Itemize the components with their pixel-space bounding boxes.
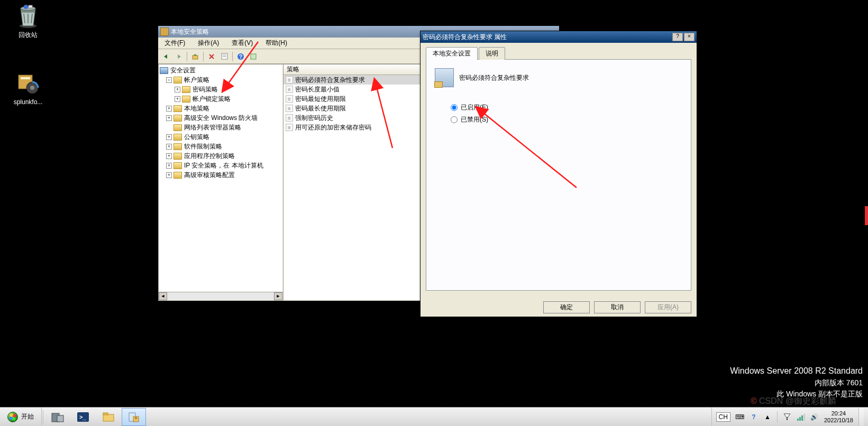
expand-icon[interactable]: + bbox=[175, 96, 180, 102]
expand-icon[interactable]: + bbox=[166, 106, 172, 112]
toolbar-forward-button[interactable] bbox=[173, 51, 185, 62]
tree-audit[interactable]: +高级审核策略配置 bbox=[160, 170, 281, 180]
tray-clock[interactable]: 20:24 2022/10/18 bbox=[824, 410, 853, 423]
policy-icon: ≡ bbox=[286, 114, 293, 122]
dialog-body: 本地安全设置 说明 密码必须符合复杂性要求 已启用(E) 已禁用(S) bbox=[421, 43, 697, 296]
tray-network-icon[interactable] bbox=[797, 413, 805, 421]
tree-pubkey[interactable]: +公钥策略 bbox=[160, 132, 281, 142]
start-button[interactable]: 开始 bbox=[0, 408, 42, 427]
radio-disabled-row[interactable]: 已禁用(S) bbox=[451, 115, 682, 124]
expand-icon[interactable]: + bbox=[166, 144, 172, 150]
desktop-icon-splunk[interactable]: splunkfo... bbox=[10, 71, 47, 106]
menu-action[interactable]: 操作(A) bbox=[195, 38, 222, 49]
radio-enabled[interactable] bbox=[451, 104, 458, 111]
tree-netlist[interactable]: 网络列表管理器策略 bbox=[160, 123, 281, 132]
policy-heading-icon bbox=[435, 68, 454, 87]
svg-text:?: ? bbox=[239, 54, 242, 60]
scroll-left-button[interactable]: ◄ bbox=[159, 292, 167, 300]
policy-icon: ≡ bbox=[286, 76, 293, 84]
show-desktop-button[interactable] bbox=[858, 408, 864, 426]
dialog-button-row: 确定 取消 应用(A) bbox=[421, 296, 697, 319]
collapse-icon[interactable]: − bbox=[166, 77, 172, 83]
taskbar-powershell[interactable]: >_ bbox=[71, 408, 95, 426]
tree-password-policy[interactable]: +密码策略 bbox=[160, 85, 281, 94]
radio-disabled-label: 已禁用(S) bbox=[461, 115, 488, 124]
right-edge-marker bbox=[865, 206, 868, 225]
svg-rect-3 bbox=[29, 5, 32, 8]
svg-rect-27 bbox=[787, 417, 788, 420]
language-indicator[interactable]: CH bbox=[716, 412, 730, 422]
svg-rect-31 bbox=[803, 414, 805, 421]
svg-rect-5 bbox=[21, 77, 30, 79]
desktop-icon-recycle-bin[interactable]: 回收站 bbox=[10, 3, 47, 40]
dialog-heading: 密码必须符合复杂性要求 bbox=[435, 68, 682, 87]
splunk-label: splunkfo... bbox=[10, 98, 47, 106]
svg-point-7 bbox=[30, 86, 34, 90]
tray-keyboard-icon[interactable]: ⌨ bbox=[736, 413, 744, 421]
tab-panel-local: 密码必须符合复杂性要求 已启用(E) 已禁用(S) bbox=[426, 59, 691, 291]
tree-lockout-policy[interactable]: +帐户锁定策略 bbox=[160, 94, 281, 104]
expand-icon[interactable]: + bbox=[166, 115, 172, 121]
expand-icon[interactable]: + bbox=[175, 87, 180, 92]
tree-software[interactable]: +软件限制策略 bbox=[160, 142, 281, 151]
folder-icon bbox=[182, 86, 190, 93]
tree-panel[interactable]: 安全设置 −帐户策略 +密码策略 +帐户锁定策略 +本地策略 +高级安全 Win… bbox=[158, 64, 283, 301]
expand-icon[interactable]: + bbox=[166, 153, 172, 159]
scroll-track[interactable] bbox=[167, 292, 274, 300]
svg-rect-29 bbox=[799, 417, 801, 421]
folder-icon bbox=[173, 134, 182, 141]
cancel-button[interactable]: 取消 bbox=[594, 301, 641, 313]
taskbar-server-manager[interactable] bbox=[45, 408, 70, 426]
watermark-edition: Windows Server 2008 R2 Standard bbox=[730, 365, 863, 377]
tree-account-policy[interactable]: −帐户策略 bbox=[160, 75, 281, 85]
tree-appctrl[interactable]: +应用程序控制策略 bbox=[160, 151, 281, 161]
expand-icon[interactable]: + bbox=[166, 172, 172, 178]
menu-file[interactable]: 文件(F) bbox=[161, 38, 188, 49]
folder-icon bbox=[173, 105, 182, 112]
menu-help[interactable]: 帮助(H) bbox=[262, 38, 290, 49]
taskbar-explorer[interactable] bbox=[96, 408, 121, 426]
tray-chevron-up-icon[interactable]: ▲ bbox=[763, 413, 772, 421]
splunk-installer-icon bbox=[15, 71, 41, 96]
radio-enabled-label: 已启用(E) bbox=[461, 103, 488, 112]
dialog-close-button[interactable]: × bbox=[684, 33, 695, 41]
menu-view[interactable]: 查看(V) bbox=[229, 38, 256, 49]
taskbar-secpol[interactable] bbox=[122, 408, 146, 426]
apply-button[interactable]: 应用(A) bbox=[645, 301, 691, 313]
folder-icon bbox=[173, 77, 182, 84]
ok-button[interactable]: 确定 bbox=[543, 301, 590, 313]
tree-ipsec[interactable]: +IP 安全策略，在 本地计算机 bbox=[160, 161, 281, 170]
toolbar-delete-button[interactable] bbox=[206, 51, 217, 62]
tree-root[interactable]: 安全设置 bbox=[160, 66, 281, 75]
folder-icon bbox=[173, 162, 182, 169]
tray-help-icon[interactable]: ? bbox=[750, 413, 758, 421]
tree-local-policy[interactable]: +本地策略 bbox=[160, 104, 281, 113]
expand-icon[interactable]: + bbox=[166, 163, 172, 169]
tree-firewall[interactable]: +高级安全 Windows 防火墙 bbox=[160, 113, 281, 123]
radio-enabled-row[interactable]: 已启用(E) bbox=[451, 103, 682, 112]
tab-local-security[interactable]: 本地安全设置 bbox=[426, 47, 478, 60]
toolbar-separator bbox=[232, 52, 233, 61]
tray-action-center-icon[interactable] bbox=[783, 413, 791, 421]
dialog-title-bar[interactable]: 密码必须符合复杂性要求 属性 ? × bbox=[421, 31, 697, 43]
expand-icon[interactable]: + bbox=[166, 134, 172, 140]
tab-explain[interactable]: 说明 bbox=[479, 47, 505, 60]
folder-icon bbox=[173, 153, 182, 160]
toolbar-properties-button[interactable] bbox=[218, 51, 230, 62]
svg-point-1 bbox=[21, 6, 35, 11]
dialog-help-button[interactable]: ? bbox=[672, 33, 683, 41]
dialog-title: 密码必须符合复杂性要求 属性 bbox=[423, 33, 672, 42]
svg-rect-19 bbox=[57, 415, 63, 422]
tree-horizontal-scrollbar[interactable]: ◄ ► bbox=[159, 292, 282, 300]
toolbar-refresh-button[interactable] bbox=[248, 51, 259, 62]
radio-disabled[interactable] bbox=[451, 116, 458, 123]
svg-rect-30 bbox=[801, 415, 803, 421]
svg-rect-22 bbox=[103, 414, 114, 421]
toolbar-up-button[interactable] bbox=[189, 51, 201, 62]
svg-rect-14 bbox=[251, 54, 256, 59]
tray-volume-icon[interactable]: 🔊 bbox=[810, 413, 819, 421]
toolbar-back-button[interactable] bbox=[160, 51, 172, 62]
start-label: 开始 bbox=[21, 412, 34, 421]
scroll-right-button[interactable]: ► bbox=[274, 292, 282, 300]
toolbar-help-button[interactable]: ? bbox=[235, 51, 246, 62]
